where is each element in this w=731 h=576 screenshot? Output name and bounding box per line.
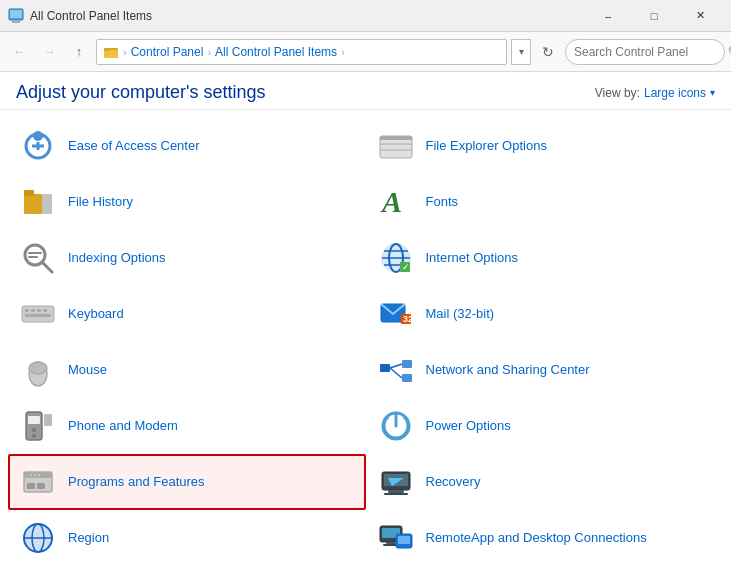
item-label-ease-of-access: Ease of Access Center <box>68 138 200 155</box>
item-internet-options[interactable]: ✓ Internet Options <box>366 230 724 286</box>
view-by-value[interactable]: Large icons <box>644 86 706 100</box>
item-icon-programs-features <box>18 462 58 502</box>
address-bar: ← → ↑ › Control Panel › All Control Pane… <box>0 32 731 72</box>
svg-rect-70 <box>386 542 396 544</box>
item-label-keyboard: Keyboard <box>68 306 124 323</box>
item-icon-mail: 32 <box>376 294 416 334</box>
item-icon-network-sharing <box>376 350 416 390</box>
item-label-remoteapp: RemoteApp and Desktop Connections <box>426 530 647 547</box>
close-button[interactable]: ✕ <box>677 0 723 32</box>
item-ease-of-access[interactable]: Ease of Access Center <box>8 118 366 174</box>
item-icon-fonts: A <box>376 182 416 222</box>
svg-line-45 <box>390 368 402 378</box>
svg-rect-55 <box>27 483 35 489</box>
svg-rect-34 <box>25 314 51 317</box>
refresh-button[interactable]: ↻ <box>535 39 561 65</box>
item-label-programs-features: Programs and Features <box>68 474 205 491</box>
item-label-network-sharing: Network and Sharing Center <box>426 362 590 379</box>
item-label-region: Region <box>68 530 109 547</box>
item-icon-power-options <box>376 406 416 446</box>
item-file-explorer-options[interactable]: File Explorer Options <box>366 118 724 174</box>
title-bar-icon <box>8 8 24 24</box>
svg-rect-2 <box>12 21 20 23</box>
folder-icon <box>103 44 119 60</box>
breadcrumb-control-panel[interactable]: Control Panel <box>131 45 204 59</box>
item-icon-recovery <box>376 462 416 502</box>
svg-rect-43 <box>402 374 412 382</box>
item-mouse[interactable]: Mouse <box>8 342 366 398</box>
item-label-internet-options: Internet Options <box>426 250 519 267</box>
window-controls: – □ ✕ <box>585 0 723 32</box>
up-button[interactable]: ↑ <box>66 39 92 65</box>
view-by-arrow[interactable]: ▾ <box>710 87 715 98</box>
item-region[interactable]: Region <box>8 510 366 566</box>
item-icon-internet-options: ✓ <box>376 238 416 278</box>
main-content: Adjust your computer's settings View by:… <box>0 72 731 576</box>
item-keyboard[interactable]: Keyboard <box>8 286 366 342</box>
svg-rect-59 <box>38 474 40 476</box>
svg-rect-63 <box>384 493 408 495</box>
svg-line-44 <box>390 364 402 368</box>
svg-rect-41 <box>380 364 390 372</box>
item-phone-modem[interactable]: Phone and Modem <box>8 398 366 454</box>
item-indexing-options[interactable]: Indexing Options <box>8 230 366 286</box>
item-icon-region <box>18 518 58 558</box>
svg-rect-4 <box>104 50 118 58</box>
breadcrumb-all-items[interactable]: All Control Panel Items <box>215 45 337 59</box>
svg-rect-21 <box>28 256 38 258</box>
item-mail[interactable]: 32 Mail (32-bit) <box>366 286 724 342</box>
svg-rect-58 <box>34 474 36 476</box>
svg-point-40 <box>29 362 47 374</box>
item-icon-ease-of-access <box>18 126 58 166</box>
search-input[interactable] <box>574 45 724 59</box>
svg-rect-50 <box>44 414 52 426</box>
svg-rect-5 <box>104 48 110 51</box>
item-label-mouse: Mouse <box>68 362 107 379</box>
item-programs-features[interactable]: Programs and Features <box>8 454 366 510</box>
forward-button[interactable]: → <box>36 39 62 65</box>
search-box[interactable]: 🔍 <box>565 39 725 65</box>
svg-point-48 <box>32 428 36 432</box>
item-sound[interactable]: Sound <box>366 566 724 576</box>
item-network-sharing[interactable]: Network and Sharing Center <box>366 342 724 398</box>
content-header: Adjust your computer's settings View by:… <box>0 72 731 110</box>
svg-rect-73 <box>398 536 410 544</box>
svg-rect-14 <box>24 194 42 214</box>
content-title: Adjust your computer's settings <box>16 82 266 103</box>
item-file-history[interactable]: File History <box>8 174 366 230</box>
svg-text:32: 32 <box>403 314 413 324</box>
svg-rect-56 <box>37 483 45 489</box>
svg-rect-20 <box>28 252 42 254</box>
window-title: All Control Panel Items <box>30 9 585 23</box>
items-area: Ease of Access Center File Explorer Opti… <box>0 110 731 576</box>
svg-point-49 <box>32 434 36 438</box>
svg-rect-33 <box>43 309 47 312</box>
view-by-control[interactable]: View by: Large icons ▾ <box>595 86 715 100</box>
maximize-button[interactable]: □ <box>631 0 677 32</box>
svg-line-19 <box>42 262 52 272</box>
breadcrumb-sep-1: › <box>123 46 127 58</box>
item-power-options[interactable]: Power Options <box>366 398 724 454</box>
svg-rect-31 <box>31 309 35 312</box>
address-box[interactable]: › Control Panel › All Control Panel Item… <box>96 39 507 65</box>
breadcrumb-sep-3: › <box>341 46 345 58</box>
svg-rect-32 <box>37 309 41 312</box>
svg-rect-30 <box>25 309 29 312</box>
item-label-recovery: Recovery <box>426 474 481 491</box>
item-label-file-explorer-options: File Explorer Options <box>426 138 547 155</box>
item-label-power-options: Power Options <box>426 418 511 435</box>
view-by-label: View by: <box>595 86 640 100</box>
svg-rect-57 <box>30 474 32 476</box>
item-icon-remoteapp <box>376 518 416 558</box>
item-recovery[interactable]: Recovery <box>366 454 724 510</box>
item-remoteapp[interactable]: RemoteApp and Desktop Connections <box>366 510 724 566</box>
item-label-mail: Mail (32-bit) <box>426 306 495 323</box>
item-fonts[interactable]: A Fonts <box>366 174 724 230</box>
breadcrumb-sep-2: › <box>207 46 211 58</box>
item-icon-indexing-options <box>18 238 58 278</box>
item-security-maintenance[interactable]: Security and Maintenance <box>8 566 366 576</box>
svg-rect-62 <box>388 490 404 493</box>
back-button[interactable]: ← <box>6 39 32 65</box>
address-dropdown[interactable]: ▾ <box>511 39 531 65</box>
minimize-button[interactable]: – <box>585 0 631 32</box>
